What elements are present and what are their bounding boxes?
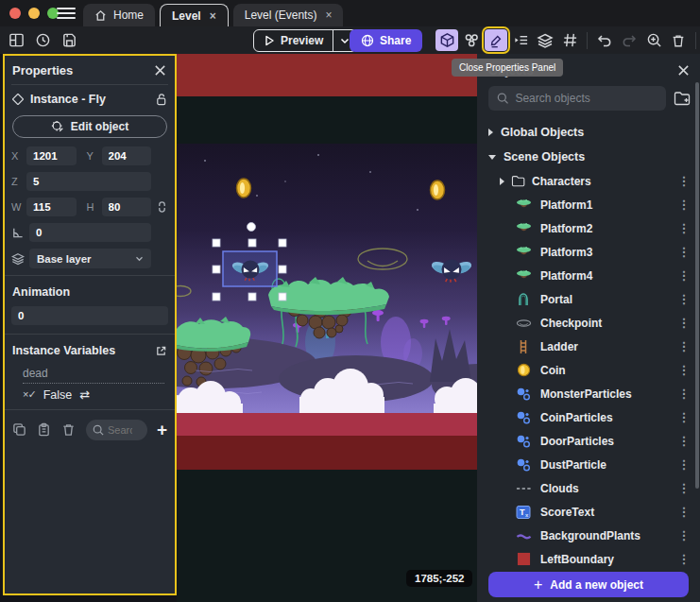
properties-panel-toggle-button[interactable]: [485, 29, 507, 51]
open-in-new-icon[interactable]: [155, 345, 167, 357]
object-menu-button[interactable]: [677, 505, 691, 519]
close-properties-icon[interactable]: [154, 64, 167, 77]
global-objects-group[interactable]: Global Objects: [488, 120, 691, 145]
object-menu-button[interactable]: [677, 457, 691, 472]
lock-ratio-icon[interactable]: [156, 200, 168, 214]
platform-island-center[interactable]: [268, 277, 389, 347]
variables-search-field[interactable]: [86, 420, 147, 440]
paste-icon[interactable]: [37, 422, 52, 438]
object-row-leftboundary[interactable]: LeftBoundary: [488, 547, 691, 571]
objects-list: Platform1Platform2Platform3Platform4Port…: [488, 193, 691, 594]
object-row-dustparticle[interactable]: DustParticle: [488, 453, 691, 476]
variable-name[interactable]: dead: [23, 367, 164, 384]
y-input[interactable]: [102, 146, 152, 165]
bottom-boundary-band: [177, 413, 477, 436]
object-row-backgroundplants[interactable]: BackgroundPlants: [488, 524, 691, 547]
object-menu-button[interactable]: [677, 410, 691, 424]
objects-editor-button[interactable]: [435, 29, 458, 51]
close-tab-icon[interactable]: ×: [210, 9, 216, 23]
close-tab-icon[interactable]: ×: [325, 9, 332, 22]
search-icon: [93, 424, 104, 436]
object-row-platform1[interactable]: Platform1: [488, 193, 691, 216]
swap-value-icon[interactable]: ⇄: [79, 387, 90, 402]
minimize-window-button[interactable]: [28, 8, 40, 19]
scene-objects-group[interactable]: Scene Objects: [488, 145, 691, 169]
object-menu-button[interactable]: [677, 339, 691, 353]
redo-button[interactable]: [618, 29, 640, 51]
tab-home[interactable]: Home: [83, 4, 155, 26]
objects-search-input[interactable]: [515, 92, 657, 105]
characters-folder-row[interactable]: Characters: [488, 169, 691, 193]
object-menu-button[interactable]: [677, 245, 691, 259]
coin-sprite[interactable]: [237, 179, 251, 198]
rotation-handle[interactable]: [248, 223, 256, 232]
objects-scrollbar[interactable]: [695, 82, 699, 489]
object-row-coinparticles[interactable]: CoinParticles: [488, 405, 691, 429]
object-row-monsterparticles[interactable]: MonsterParticles: [488, 382, 691, 405]
object-menu-button[interactable]: [677, 552, 691, 566]
object-row-ladder[interactable]: Ladder: [488, 335, 691, 358]
object-menu-button[interactable]: [677, 528, 691, 542]
object-row-portal[interactable]: Portal: [488, 287, 691, 311]
share-button[interactable]: Share: [350, 29, 422, 52]
coin-sprite[interactable]: [431, 181, 445, 199]
angle-input[interactable]: [29, 223, 151, 242]
unlock-icon[interactable]: [155, 93, 167, 106]
object-menu-button[interactable]: [677, 221, 691, 235]
object-row-scoretext[interactable]: TxScoreText: [488, 500, 691, 524]
copy-icon[interactable]: [12, 422, 27, 438]
layers-panel-button[interactable]: [534, 29, 556, 51]
preview-button[interactable]: Preview: [253, 29, 357, 52]
width-input[interactable]: [26, 198, 77, 216]
add-object-button[interactable]: + Add a new object: [488, 572, 689, 597]
hamburger-menu-icon[interactable]: [57, 6, 76, 21]
object-groups-button[interactable]: [460, 29, 483, 51]
object-row-platform4[interactable]: Platform4: [488, 264, 691, 287]
x-input[interactable]: [26, 146, 77, 165]
undo-icon: [596, 32, 613, 49]
objects-search-field[interactable]: [488, 86, 666, 111]
variables-search-input[interactable]: [108, 424, 132, 436]
object-menu-button[interactable]: [677, 481, 691, 495]
object-menu-button[interactable]: [677, 268, 691, 283]
edit-object-button[interactable]: Edit object: [12, 115, 167, 138]
variable-value-row[interactable]: ×✓ False ⇄: [23, 387, 164, 402]
fly-sprite[interactable]: [430, 260, 472, 283]
object-menu-button[interactable]: [677, 387, 691, 401]
edit-object-icon: [51, 120, 64, 133]
angle-icon: [11, 227, 25, 239]
object-menu-button[interactable]: [677, 198, 691, 212]
height-input[interactable]: [102, 198, 152, 216]
object-row-doorparticles[interactable]: DoorParticles: [488, 429, 691, 453]
grid-toggle-button[interactable]: [558, 29, 581, 51]
object-row-platform3[interactable]: Platform3: [488, 240, 691, 264]
tab-level-events[interactable]: Level (Events) ×: [233, 4, 344, 26]
close-objects-panel-icon[interactable]: [677, 63, 691, 77]
history-button[interactable]: [33, 30, 53, 50]
delete-button[interactable]: [667, 29, 690, 51]
z-input[interactable]: [26, 172, 151, 191]
add-folder-icon[interactable]: [674, 91, 691, 106]
object-menu-button[interactable]: [677, 434, 691, 448]
panels-layout-button[interactable]: [7, 30, 26, 50]
object-menu-button[interactable]: [677, 174, 691, 188]
close-window-button[interactable]: [9, 8, 21, 19]
object-row-checkpoint[interactable]: Checkpoint: [488, 311, 691, 335]
tab-strip: Home Level × Level (Events) ×: [83, 4, 343, 26]
object-row-coin[interactable]: Coin: [488, 358, 691, 382]
add-variable-button[interactable]: +: [157, 422, 167, 438]
object-menu-button[interactable]: [677, 363, 691, 377]
save-button[interactable]: [60, 30, 79, 50]
object-menu-button[interactable]: [677, 316, 691, 330]
tab-level[interactable]: Level ×: [160, 4, 229, 26]
object-row-platform2[interactable]: Platform2: [488, 216, 691, 240]
scene-canvas[interactable]: 1785;-252: [177, 54, 477, 602]
object-menu-button[interactable]: [677, 292, 691, 306]
object-row-clouds[interactable]: Clouds: [488, 476, 691, 500]
layer-select[interactable]: Base layer: [29, 249, 151, 268]
zoom-button[interactable]: [642, 29, 665, 51]
delete-variable-icon[interactable]: [61, 422, 77, 438]
instances-list-button[interactable]: [509, 29, 532, 51]
animation-input[interactable]: [11, 306, 168, 325]
undo-button[interactable]: [593, 29, 616, 51]
